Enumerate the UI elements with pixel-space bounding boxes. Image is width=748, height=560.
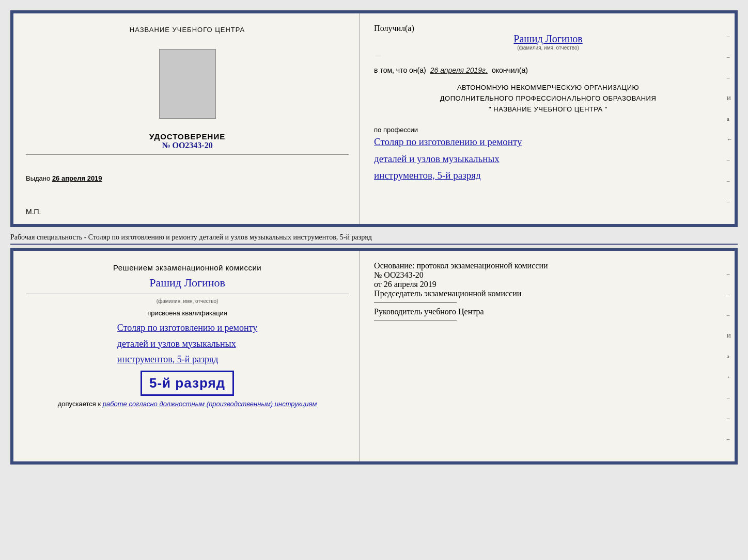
org-block: АВТОНОМНУЮ НЕКОММЕРЧЕСКУЮ ОРГАНИЗАЦИЮ ДО… [374,83,722,115]
specialty-text: Рабочая специальность - Столяр по изгото… [10,231,738,245]
bottom-fio-subtitle: (фамилия, имя, отчество) [157,298,219,304]
sign-line-head [374,321,457,321]
finished-label: окончил(а) [492,66,528,74]
side-arrow-b: ← [727,374,733,380]
bottom-right-panel: Основание: протокол экзаменационной коми… [360,251,735,461]
cert-number: № OO2343-20 [162,141,212,150]
basis-line: Основание: протокол экзаменационной коми… [374,261,722,270]
side-dash-b3: – [727,312,733,318]
received-line: Получил(а) Рашид Логинов (фамилия, имя, … [374,24,722,60]
issued-line: Выдано 26 апреля 2019 [26,174,349,182]
side-dash-b1: – [727,270,733,277]
org-line3: " НАЗВАНИЕ УЧЕБНОГО ЦЕНТРА " [374,104,722,115]
top-training-center-title: НАЗВАНИЕ УЧЕБНОГО ЦЕНТРА [130,26,245,34]
qualification-label: присвоена квалификация [147,309,227,317]
side-letter-i: И [727,95,733,101]
rank-text: 5-й разряд [149,375,225,391]
profession-line1: Столяр по изготовлению и ремонту [374,134,722,150]
side-dash-b5: – [727,415,733,421]
qualification-line1: Столяр по изготовлению и ремонту [117,320,257,336]
date-value: 26 апреля 2019г. [430,66,488,74]
side-dash-2: – [727,54,733,60]
bottom-document: Решением экзаменационной комиссии Рашид … [10,248,738,465]
resolution-title: Решением экзаменационной комиссии [113,263,261,272]
rank-box: 5-й разряд [141,371,234,396]
side-decoration-top: – – – И а ← – – – [727,19,733,219]
profession-line3: инструментов, 5-й разряд [374,167,722,184]
profession-label: по профессии [374,126,722,134]
recipient-name: Рашид Логинов [513,33,582,45]
side-dash-b4: – [727,394,733,401]
head-center-label: Руководитель учебного Центра [374,307,722,316]
profession-line2: деталей и узлов музыкальных [374,151,722,167]
separator-line-1 [26,154,349,155]
protocol-date-value: 26 апреля 2019 [384,280,437,289]
side-dash-3: – [727,74,733,81]
cert-title: УДОСТОВЕРЕНИЕ [149,132,225,141]
admitted-label: допускается к [58,400,101,408]
side-letter-a: а [727,116,733,122]
separator-line-2 [26,294,349,294]
qualification-line2: деталей и узлов музыкальных [117,336,257,352]
side-decoration-bottom: – – – И а ← – – – [727,256,733,456]
admitted-value: работе согласно должностным (производств… [103,400,317,408]
bottom-left-panel: Решением экзаменационной комиссии Рашид … [13,251,360,461]
profession-block: Столяр по изготовлению и ремонту деталей… [374,134,722,184]
side-letter-bi: И [727,332,733,339]
side-dash-1: – [727,33,733,39]
protocol-date-prefix: от [374,280,382,289]
name-wrapper: Рашид Логинов (фамилия, имя, отчество) [374,33,722,51]
document-container: НАЗВАНИЕ УЧЕБНОГО ЦЕНТРА УДОСТОВЕРЕНИЕ №… [10,10,738,465]
protocol-number: № OO2343-20 [374,270,722,280]
side-dash-b6: – [727,436,733,442]
org-line1: АВТОНОМНУЮ НЕКОММЕРЧЕСКУЮ ОРГАНИЗАЦИЮ [374,83,722,93]
side-dash-6: – [727,198,733,204]
commission-chair: Председатель экзаменационной комиссии [374,289,722,307]
top-right-panel: Получил(а) Рашид Логинов (фамилия, имя, … [360,13,735,224]
in-that-line: в том, что он(а) 26 апреля 2019г. окончи… [374,66,722,74]
side-dash-4: – [727,157,733,163]
side-dash-b2: – [727,291,733,297]
org-line2: ДОПОЛНИТЕЛЬНОГО ПРОФЕССИОНАЛЬНОГО ОБРАЗО… [374,93,722,104]
fio-subtitle-top: (фамилия, имя, отчество) [517,45,579,51]
side-letter-ba: а [727,353,733,359]
protocol-date: от 26 апреля 2019 [374,280,722,289]
photo-placeholder [159,49,216,119]
in-that-label: в том, что он(а) [374,66,426,74]
bottom-name: Рашид Логинов [149,276,225,290]
top-document: НАЗВАНИЕ УЧЕБНОГО ЦЕНТРА УДОСТОВЕРЕНИЕ №… [10,10,738,227]
commission-chair-label: Председатель экзаменационной комиссии [374,289,722,298]
bottom-section: Рабочая специальность - Столяр по изгото… [10,231,738,465]
issued-label: Выдано [26,174,50,182]
side-arrow: ← [727,136,733,142]
side-dash-5: – [727,178,733,184]
received-label: Получил(а) [374,24,414,33]
admitted-line: допускается к работе согласно должностны… [58,400,317,408]
top-left-panel: НАЗВАНИЕ УЧЕБНОГО ЦЕНТРА УДОСТОВЕРЕНИЕ №… [13,13,360,224]
sign-line-chair [374,302,457,303]
issued-date: 26 апреля 2019 [52,174,102,182]
head-center: Руководитель учебного Центра [374,307,722,325]
qualification-line3: инструментов, 5-й разряд [117,351,257,367]
mp-label: М.П. [26,207,41,216]
qualification-block: Столяр по изготовлению и ремонту деталей… [117,320,257,367]
